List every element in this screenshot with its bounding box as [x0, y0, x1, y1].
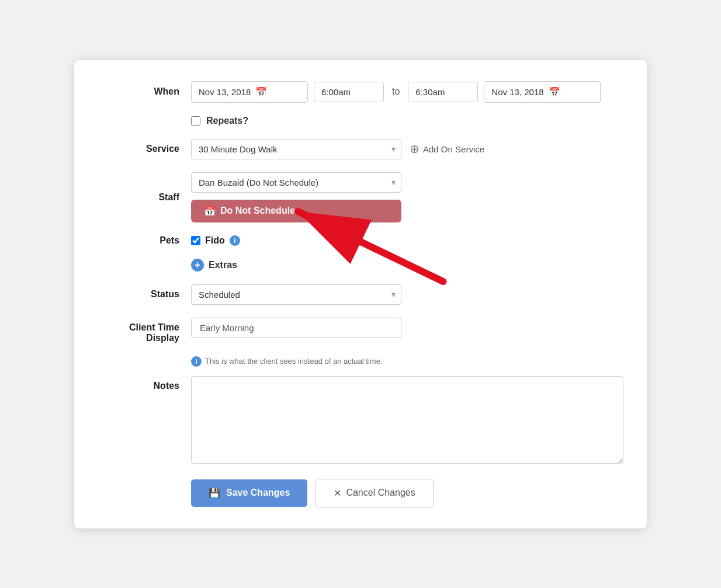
start-time-value: 6:00am	[321, 87, 351, 97]
repeats-row: Repeats?	[191, 116, 623, 126]
client-time-label-line1: Client Time	[129, 322, 179, 332]
end-date-value: Nov 13, 2018	[491, 87, 543, 97]
form-card: When Nov 13, 2018 📅 6:00am to 6:30am Nov…	[74, 60, 647, 528]
to-separator: to	[390, 86, 402, 97]
client-time-label-line2: Display	[146, 333, 179, 343]
repeats-checkbox[interactable]	[191, 116, 200, 126]
status-select[interactable]: Scheduled	[191, 284, 401, 305]
notes-textarea[interactable]	[191, 376, 623, 464]
add-on-label: Add On Service	[423, 144, 484, 154]
notes-label: Notes	[98, 376, 191, 391]
pets-label: Pets	[98, 235, 191, 246]
start-date-calendar-icon: 📅	[255, 86, 267, 98]
client-time-display-input[interactable]	[191, 318, 401, 338]
pet-info-icon[interactable]: i	[230, 235, 240, 246]
pet-item: Fido i	[191, 235, 240, 246]
cancel-icon: ✕	[334, 488, 341, 499]
add-on-plus-icon: ⊕	[410, 142, 420, 156]
hint-text: This is what the client sees instead of …	[205, 357, 383, 366]
staff-select-wrapper: Dan Buzaid (Do Not Schedule) ▾	[191, 172, 401, 193]
pet-name: Fido	[205, 235, 225, 246]
status-label: Status	[98, 289, 191, 300]
start-time-input[interactable]: 6:00am	[314, 82, 384, 102]
end-date-input[interactable]: Nov 13, 2018 📅	[484, 81, 601, 103]
pets-row: Pets Fido i	[98, 235, 623, 246]
repeats-label: Repeats?	[206, 116, 248, 126]
calendar-block-icon: 📅	[204, 206, 216, 217]
when-row: When Nov 13, 2018 📅 6:00am to 6:30am Nov…	[98, 81, 623, 103]
client-time-display-col	[191, 318, 401, 338]
hint-info-icon: i	[191, 356, 202, 367]
staff-label: Staff	[98, 192, 191, 203]
end-time-value: 6:30am	[415, 87, 445, 97]
notes-row: Notes	[98, 376, 623, 466]
save-changes-button[interactable]: 💾 Save Changes	[191, 479, 307, 507]
notes-col	[191, 376, 623, 466]
save-icon: 💾	[209, 488, 220, 499]
client-time-hint: i This is what the client sees instead o…	[191, 356, 623, 367]
do-not-schedule-button[interactable]: 📅 Do Not Schedule	[191, 200, 401, 222]
client-time-display-label: Client Time Display	[98, 318, 191, 343]
end-time-input[interactable]: 6:30am	[408, 82, 478, 102]
save-label: Save Changes	[226, 488, 290, 498]
when-label: When	[98, 86, 191, 97]
do-not-schedule-label: Do Not Schedule	[220, 206, 295, 216]
extras-label: Extras	[209, 260, 237, 270]
service-row: Service 30 Minute Dog Walk ▾ ⊕ Add On Se…	[98, 139, 623, 159]
staff-row: Staff Dan Buzaid (Do Not Schedule) ▾ 📅 D…	[98, 172, 623, 222]
client-time-display-row: Client Time Display	[98, 318, 623, 343]
action-row: 💾 Save Changes ✕ Cancel Changes	[191, 479, 623, 507]
extras-plus-icon[interactable]: +	[191, 259, 204, 272]
status-row: Status Scheduled ▾	[98, 284, 623, 305]
service-select-wrapper: 30 Minute Dog Walk ▾	[191, 139, 401, 159]
start-date-value: Nov 13, 2018	[199, 87, 251, 97]
cancel-label: Cancel Changes	[346, 488, 415, 498]
end-date-calendar-icon: 📅	[549, 86, 560, 98]
start-date-input[interactable]: Nov 13, 2018 📅	[191, 81, 308, 103]
service-select[interactable]: 30 Minute Dog Walk	[191, 139, 401, 159]
fido-checkbox[interactable]	[191, 236, 200, 245]
add-on-service-button[interactable]: ⊕ Add On Service	[410, 142, 484, 156]
cancel-changes-button[interactable]: ✕ Cancel Changes	[316, 479, 433, 507]
status-select-wrapper: Scheduled ▾	[191, 284, 401, 305]
extras-row: + Extras	[191, 259, 623, 272]
staff-select[interactable]: Dan Buzaid (Do Not Schedule)	[191, 172, 401, 193]
service-label: Service	[98, 144, 191, 154]
when-fields: Nov 13, 2018 📅 6:00am to 6:30am Nov 13, …	[191, 81, 601, 103]
